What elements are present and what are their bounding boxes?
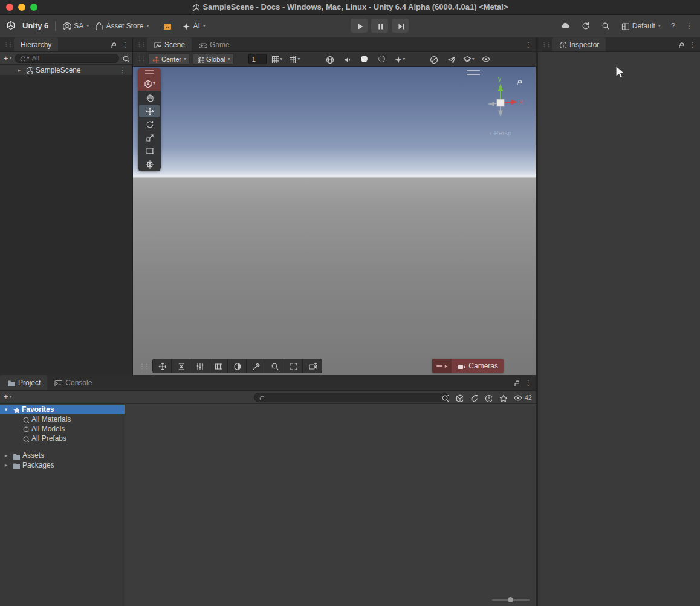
ai-dropdown[interactable]: AI ▾ [181, 22, 205, 30]
overlay-annotation-button[interactable] [247, 359, 265, 373]
overlay-transform-tools-button[interactable] [153, 359, 172, 373]
orientation-dropdown[interactable]: Global ▾ [193, 53, 234, 65]
transform-tool-button[interactable] [139, 158, 160, 171]
gizmo-y-axis[interactable]: y [498, 76, 504, 103]
scene-lighting-toggle[interactable] [322, 53, 337, 65]
tree-item-all-models[interactable]: All Models [0, 424, 125, 434]
grid-size-field[interactable]: 1 [248, 54, 267, 64]
cameras-overlay[interactable]: ▸ Cameras [432, 359, 504, 373]
effects-dropdown[interactable]: ▾ [392, 53, 407, 65]
move-tool-button[interactable] [139, 105, 160, 117]
overlay-grid-snap-button[interactable] [209, 359, 228, 373]
open-search-window-button[interactable] [122, 54, 129, 62]
view-options-dropdown[interactable]: ▾ [138, 76, 161, 91]
panel-menu-button[interactable]: ⋮ [689, 41, 696, 48]
overlay-drag-grip[interactable]: ⋮⋮ [139, 363, 149, 370]
hierarchy-item-scene[interactable]: ▸ SampleScene ⋮ [0, 65, 132, 75]
panel-menu-button[interactable]: ⋮ [525, 379, 532, 386]
visibility-toggle[interactable]: 42 [513, 393, 532, 402]
layout-dropdown[interactable]: Default ▾ [621, 22, 661, 30]
skybox-toggle[interactable] [357, 53, 372, 65]
notifications-button[interactable] [163, 22, 171, 30]
overlay-tool-settings-button[interactable] [190, 359, 209, 373]
overlay-orientation-button[interactable] [284, 359, 303, 373]
scene-item-menu-button[interactable]: ⋮ [119, 67, 126, 74]
hierarchy-search-input[interactable]: ▾ All [15, 54, 119, 63]
minimize-window-button[interactable] [18, 4, 25, 11]
lock-icon[interactable] [677, 41, 684, 48]
camera-flythrough-toggle[interactable] [444, 53, 458, 65]
search-button[interactable] [601, 21, 611, 31]
orientation-gizmo[interactable]: y x [476, 75, 525, 126]
tab-inspector[interactable]: Inspector [552, 37, 606, 51]
rotate-tool-button[interactable] [139, 118, 160, 131]
overlay-cameras-button[interactable] [303, 359, 322, 373]
play-button[interactable] [351, 19, 368, 33]
tab-console[interactable]: Console [47, 375, 99, 390]
lock-icon[interactable] [513, 379, 519, 386]
overlay-visibility-toggle[interactable] [479, 53, 493, 65]
panel-menu-button[interactable]: ⋮ [122, 41, 129, 48]
panel-drag-handle[interactable]: ⋮⋮ [538, 37, 552, 51]
info-filter-button[interactable] [484, 394, 492, 402]
overlay-view-options-button[interactable] [172, 359, 190, 373]
panel-drag-handle[interactable]: ⋮⋮ [133, 37, 147, 51]
project-content-area[interactable] [126, 404, 536, 606]
tree-item-favorites[interactable]: ▾ Favorites [0, 405, 125, 414]
tree-item-all-materials[interactable]: All Materials [0, 414, 125, 424]
open-search-window-button[interactable] [441, 394, 449, 402]
scene-toolbar-grip[interactable]: ⋮⋮ [137, 56, 145, 62]
panel-menu-button[interactable]: ⋮ [525, 41, 532, 48]
overlay-search-button[interactable] [265, 359, 284, 373]
pivot-mode-dropdown[interactable]: Center ▾ [148, 53, 190, 65]
cameras-overlay-label[interactable]: Cameras [452, 359, 504, 373]
overlay-render-mode-button[interactable] [228, 359, 247, 373]
tools-overlay-drag-handle[interactable] [138, 68, 161, 76]
panel-drag-handle[interactable]: ⋮⋮ [0, 37, 14, 51]
view-tool-button[interactable] [139, 91, 160, 104]
tab-game[interactable]: Game [192, 37, 236, 51]
foldout-icon[interactable]: ▸ [16, 67, 23, 73]
help-button[interactable]: ? [671, 21, 675, 30]
favorites-filter-button[interactable] [499, 394, 507, 402]
overlay-drag-handle[interactable] [467, 70, 480, 75]
gizmo-center-cube[interactable] [497, 99, 504, 106]
tree-item-assets[interactable]: ▸ Assets [0, 451, 125, 460]
gizmo-disable-toggle[interactable] [426, 53, 441, 65]
scene-viewport[interactable]: ▾ [133, 67, 536, 375]
layers-dropdown[interactable]: ▾ [461, 53, 476, 65]
rect-tool-button[interactable] [139, 145, 160, 157]
tab-scene[interactable]: Scene [147, 37, 192, 51]
step-button[interactable] [392, 19, 409, 33]
tree-item-all-prefabs[interactable]: All Prefabs [0, 434, 125, 443]
account-dropdown[interactable]: SA ▾ [62, 22, 89, 30]
scale-tool-button[interactable] [139, 131, 160, 144]
fog-toggle[interactable] [375, 53, 389, 65]
foldout-icon[interactable]: ▸ [2, 452, 10, 458]
gizmo-projection-label[interactable]: ‹ Persp [476, 129, 525, 137]
snap-increment-dropdown[interactable]: ▾ [270, 53, 284, 65]
gizmo-lock-icon[interactable] [515, 79, 522, 85]
cameras-overlay-drag-handle[interactable]: ▸ [432, 359, 452, 373]
scene-audio-toggle[interactable] [340, 53, 354, 65]
grid-visibility-dropdown[interactable]: ▾ [287, 53, 302, 65]
foldout-icon[interactable]: ▾ [2, 406, 10, 412]
asset-store-dropdown[interactable]: Asset Store ▾ [94, 22, 149, 30]
tab-project[interactable]: Project [0, 375, 47, 390]
project-search-input[interactable] [254, 393, 449, 402]
foldout-icon[interactable]: ▸ [2, 462, 10, 468]
cloud-button[interactable] [560, 21, 571, 31]
close-window-button[interactable] [6, 4, 13, 11]
fullscreen-window-button[interactable] [30, 4, 37, 11]
toolbar-menu-button[interactable]: ⋮ [685, 22, 693, 30]
create-asset-dropdown[interactable]: +▾ [4, 393, 12, 400]
lock-icon[interactable] [109, 41, 116, 48]
label-filter-button[interactable] [470, 394, 478, 402]
package-filter-button[interactable] [455, 394, 463, 402]
slider-thumb[interactable] [508, 597, 513, 602]
create-object-dropdown[interactable]: +▾ [4, 54, 12, 62]
history-button[interactable] [581, 21, 591, 31]
tab-hierarchy[interactable]: Hierarchy [14, 37, 58, 51]
tree-item-packages[interactable]: ▸ Packages [0, 460, 125, 470]
pause-button[interactable] [371, 19, 388, 33]
